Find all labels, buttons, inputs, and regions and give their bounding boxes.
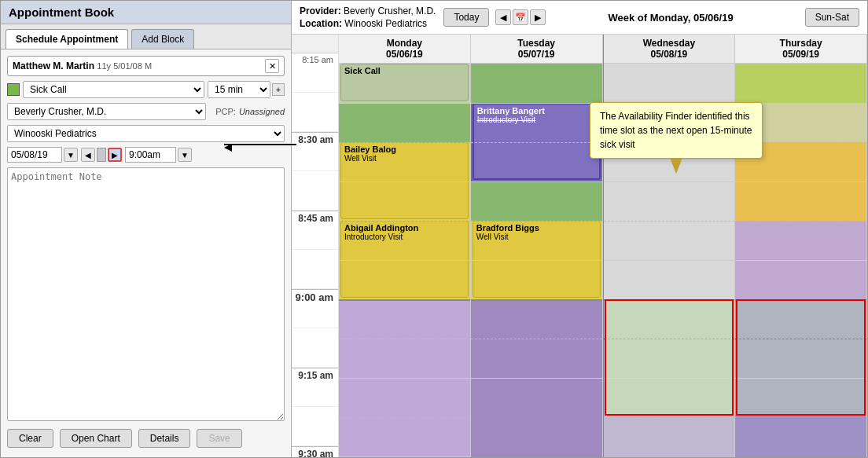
- grid-line-bold: [339, 299, 470, 301]
- day-col-thursday: Thursday 05/09/19: [735, 35, 867, 457]
- thu-selected-slot[interactable]: [736, 299, 866, 416]
- appt-mon-bailey[interactable]: Bailey Balog Well Visit: [340, 142, 469, 219]
- grid-line: [339, 181, 470, 182]
- grid-line: [339, 260, 470, 261]
- tuesday-slots[interactable]: Brittany Bangert Introductory Visit Brad…: [471, 64, 602, 457]
- calendar-nav: ◀ 📅 ▶: [495, 9, 546, 25]
- nav-center: Today ◀ 📅 ▶ Week of Monday, 05/06/19: [443, 8, 789, 27]
- calendar-grid: 8:15 am 8:30 am 8:45 am 9:00 am 9:15 am …: [292, 35, 867, 457]
- appt-name: Sick Call: [344, 66, 465, 75]
- appointment-note-textarea[interactable]: [7, 167, 285, 421]
- appt-tue-brittany[interactable]: Brittany Bangert Introductory Visit: [473, 103, 601, 180]
- appointment-type-select[interactable]: Sick Call: [23, 81, 204, 98]
- provider-label: Provider:: [300, 5, 341, 16]
- provider-location-info: Provider: Beverly Crusher, M.D. Location…: [300, 5, 436, 29]
- selected-slot[interactable]: [605, 299, 734, 416]
- grid-line: [604, 417, 735, 418]
- appt-type-row: Sick Call 15 min +: [7, 81, 285, 98]
- location-name: Winooski Pediatrics: [344, 18, 427, 29]
- appt-type: Introductory Visit: [344, 233, 465, 241]
- day-header-wednesday: Wednesday 05/08/19: [604, 35, 735, 64]
- day-col-wednesday: Wednesday 05/08/19: [603, 35, 736, 457]
- today-button[interactable]: Today: [443, 8, 489, 27]
- sick-call-select: Sick Call: [7, 81, 204, 98]
- duration-row: 15 min +: [208, 81, 285, 98]
- grid-line: [604, 181, 735, 182]
- arrow-line-horizontal: [292, 144, 296, 145]
- date-input[interactable]: [7, 147, 62, 163]
- appt-type: Well Visit: [344, 154, 465, 163]
- close-patient-button[interactable]: ✕: [265, 59, 279, 73]
- prev-week-button[interactable]: ◀: [495, 9, 511, 25]
- grid-line: [471, 378, 602, 379]
- grid-line-bold: [471, 299, 602, 301]
- week-label: Week of Monday, 05/06/19: [552, 12, 789, 24]
- appt-mon-sickcall[interactable]: Sick Call: [340, 64, 469, 101]
- patient-info: Matthew M. Martin 11y 5/01/08 M: [13, 60, 152, 71]
- details-button[interactable]: Details: [138, 429, 191, 448]
- action-buttons-row: Clear Open Chart Details Save: [7, 426, 285, 451]
- time-slot-930: 9:30 am: [292, 446, 338, 457]
- grid-line: [471, 339, 602, 339]
- time-back-button[interactable]: ◀: [81, 148, 95, 162]
- calendar-icon[interactable]: 📅: [513, 9, 528, 25]
- tab-add-block[interactable]: Add Block: [131, 29, 194, 49]
- grid-line: [735, 181, 866, 182]
- time-slot-blank1: [292, 93, 338, 132]
- tue-bg-3: [471, 181, 602, 221]
- tab-schedule-appointment[interactable]: Schedule Appointment: [6, 29, 128, 49]
- provider-name: Beverly Crusher, M.D.: [344, 5, 436, 16]
- location-label: Location:: [300, 18, 342, 29]
- day-header-monday: Monday 05/06/19: [339, 35, 470, 64]
- tooltip-text: The Availability Finder identified this …: [600, 111, 752, 150]
- grid-line: [471, 142, 602, 143]
- time-forward-button[interactable]: ▶: [108, 148, 122, 162]
- days-container: Monday 05/06/19 Sick Call: [339, 35, 867, 457]
- time-slot-blank2: [292, 171, 338, 211]
- mon-bg-2: [339, 103, 470, 142]
- calendar-header: Provider: Beverly Crusher, M.D. Location…: [292, 1, 867, 35]
- open-chart-button[interactable]: Open Chart: [60, 429, 132, 448]
- day-col-monday: Monday 05/06/19 Sick Call: [339, 35, 471, 457]
- day-header-tuesday: Tuesday 05/07/19: [471, 35, 602, 64]
- time-dropdown-button[interactable]: ▼: [178, 148, 192, 162]
- date-dropdown-button[interactable]: ▼: [64, 148, 78, 162]
- next-week-button[interactable]: ▶: [530, 9, 546, 25]
- clear-button[interactable]: Clear: [7, 429, 53, 448]
- availability-tooltip: The Availability Finder identified this …: [590, 102, 763, 159]
- time-slot-blank4: [292, 328, 338, 368]
- provider-select[interactable]: Beverly Crusher, M.D.: [7, 103, 206, 120]
- grid-line: [735, 221, 866, 222]
- save-button[interactable]: Save: [197, 429, 241, 448]
- provider-row: Beverly Crusher, M.D. PCP: Unassigned: [7, 103, 285, 120]
- appt-tue-bradford[interactable]: Bradford Biggs Well Visit: [473, 221, 601, 298]
- time-input[interactable]: [125, 147, 176, 163]
- tooltip-arrow: [670, 158, 682, 174]
- appt-name: Abigail Addington: [344, 223, 465, 233]
- time-slot-blank3: [292, 250, 338, 289]
- grid-line: [339, 378, 470, 379]
- view-select-button[interactable]: Sun-Sat: [805, 8, 859, 27]
- appt-type: Well Visit: [476, 233, 597, 241]
- monday-slots[interactable]: Sick Call Bailey Balog Well Visit Abigai…: [339, 64, 470, 457]
- provider-info-row: Provider: Beverly Crusher, M.D.: [300, 5, 436, 16]
- duration-select[interactable]: 15 min: [208, 81, 270, 98]
- appt-mon-abigail[interactable]: Abigail Addington Introductory Visit: [340, 221, 469, 298]
- grid-line: [471, 181, 602, 182]
- right-panel: Provider: Beverly Crusher, M.D. Location…: [292, 1, 867, 457]
- grid-line: [339, 339, 470, 339]
- grid-line: [735, 260, 866, 261]
- time-column: 8:15 am 8:30 am 8:45 am 9:00 am 9:15 am …: [292, 35, 339, 457]
- location-select[interactable]: Winooski Pediatrics: [7, 125, 285, 142]
- grid-line: [471, 260, 602, 261]
- grid-line: [339, 142, 470, 143]
- duration-increment-button[interactable]: +: [272, 83, 285, 96]
- location-row: Winooski Pediatrics: [7, 125, 285, 142]
- pcp-value: Unassigned: [239, 107, 285, 116]
- appt-color-box: [7, 83, 20, 96]
- time-color-strip: [97, 148, 106, 162]
- time-slot-915: 9:15 am: [292, 368, 338, 407]
- pcp-label: PCP:: [215, 107, 236, 116]
- left-panel: Appointment Book Schedule Appointment Ad…: [1, 1, 292, 457]
- appt-name: Bailey Balog: [344, 145, 465, 154]
